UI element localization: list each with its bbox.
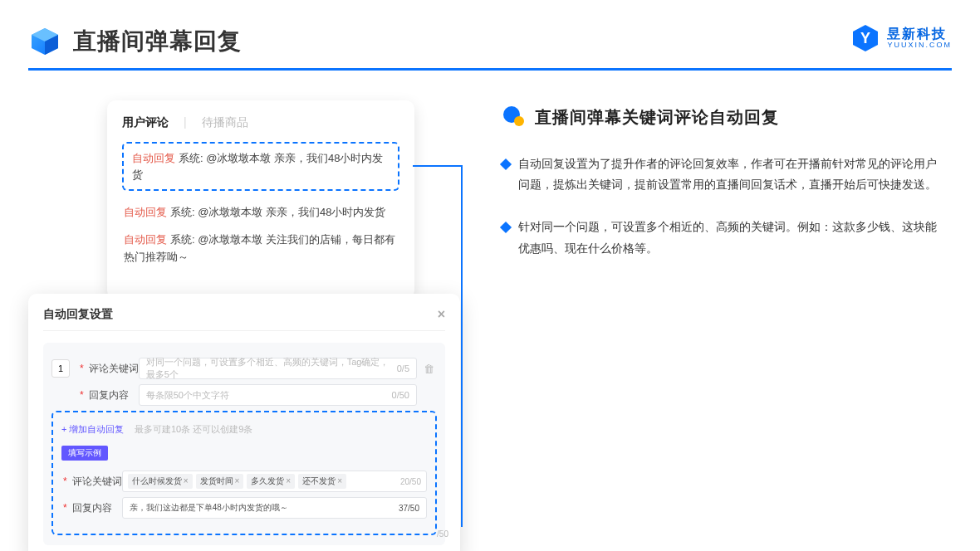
add-hint: 最多可建10条 还可以创建9条 (135, 424, 252, 434)
ex-content-input[interactable]: 亲，我们这边都是下单48小时内发货的哦～ 37/50 (122, 497, 427, 519)
auto-reply-tag: 自动回复 (132, 152, 175, 164)
content-placeholder: 每条限50个中文字符 (146, 389, 229, 402)
bullet-item: 针对同一个问题，可设置多个相近的、高频的关键词。例如：这款多少钱、这块能优惠吗、… (502, 217, 952, 258)
keyword-input[interactable]: 对同一个问题，可设置多个相近、高频的关键词，Tag确定，最多5个 0/5 (139, 358, 417, 379)
ex-keyword-label: 评论关键词 (72, 475, 122, 489)
outer-count: /50 (437, 529, 448, 539)
rule-index: 1 (51, 359, 70, 378)
keyword-count: 0/5 (397, 363, 409, 373)
brand-name-en: YUUXIN.COM (887, 41, 952, 50)
comment-text: 系统: @冰墩墩本墩 亲亲，我们48小时内发货 (170, 206, 386, 218)
chat-bubble-icon (502, 105, 525, 129)
content-input[interactable]: 每条限50个中文字符 0/50 (139, 384, 417, 406)
tag-chip[interactable]: 什么时候发货 (128, 474, 193, 489)
ex-content-label: 回复内容 (72, 501, 122, 515)
bullet-text: 针对同一个问题，可设置多个相近的、高频的关键词。例如：这款多少钱、这块能优惠吗、… (518, 217, 943, 258)
keyword-label: 评论关键词 (89, 362, 139, 376)
required-mark: * (63, 475, 67, 487)
cube-icon (28, 25, 61, 58)
tab-pending-products[interactable]: 待播商品 (202, 115, 248, 130)
section-title: 直播间弹幕关键词评论自动回复 (535, 106, 779, 129)
comments-panel: 用户评论 | 待播商品 自动回复系统: @冰墩墩本墩 亲亲，我们48小时内发货 … (107, 100, 414, 299)
add-auto-reply-link[interactable]: + 增加自动回复 (61, 424, 124, 434)
bullet-text: 自动回复设置为了提升作者的评论回复效率，作者可在开播前针对常见的评论用户问题，提… (518, 154, 943, 195)
ex-keyword-tags[interactable]: 什么时候发货 发货时间 多久发货 还不发货 20/50 (122, 471, 427, 492)
example-box: + 增加自动回复 最多可建10条 还可以创建9条 填写示例 * 评论关键词 什么… (51, 411, 437, 535)
page-title: 直播间弹幕回复 (73, 26, 242, 57)
highlighted-comment: 自动回复系统: @冰墩墩本墩 亲亲，我们48小时内发货 (122, 142, 399, 191)
auto-reply-tag: 自动回复 (124, 233, 167, 246)
diamond-icon (500, 158, 512, 170)
comment-row: 自动回复系统: @冰墩墩本墩 关注我们的店铺，每日都有热门推荐呦～ (122, 227, 399, 271)
svg-text:Y: Y (860, 30, 870, 46)
brand-logo: Y 昱新科技 YUUXIN.COM (850, 23, 952, 53)
brand-name-cn: 昱新科技 (887, 27, 952, 41)
required-mark: * (80, 389, 84, 401)
keyword-placeholder: 对同一个问题，可设置多个相近、高频的关键词，Tag确定，最多5个 (146, 356, 397, 381)
comment-row: 自动回复系统: @冰墩墩本墩 亲亲，我们48小时内发货 (122, 199, 399, 227)
tag-chip[interactable]: 多久发货 (247, 474, 295, 489)
connector-line (413, 165, 463, 527)
settings-title: 自动回复设置 (43, 307, 113, 322)
bullet-item: 自动回复设置为了提升作者的评论回复效率，作者可在开播前针对常见的评论用户问题，提… (502, 154, 952, 195)
settings-panel: 自动回复设置 × 1 * 评论关键词 对同一个问题，可设置多个相近、高频的关键词… (28, 294, 460, 551)
brand-hex-icon: Y (850, 23, 880, 53)
diamond-icon (500, 222, 512, 233)
content-label: 回复内容 (89, 388, 139, 402)
tab-separator: | (184, 115, 187, 130)
example-badge: 填写示例 (61, 446, 108, 461)
required-mark: * (63, 502, 67, 514)
auto-reply-tag: 自动回复 (124, 206, 167, 218)
tag-chip[interactable]: 还不发货 (298, 474, 346, 489)
tab-user-comments[interactable]: 用户评论 (122, 115, 169, 130)
required-mark: * (80, 363, 84, 374)
content-count: 0/50 (392, 390, 409, 400)
tag-chip[interactable]: 发货时间 (196, 474, 244, 489)
ex-content-value: 亲，我们这边都是下单48小时内发货的哦～ (130, 502, 288, 514)
svg-point-6 (514, 116, 524, 126)
